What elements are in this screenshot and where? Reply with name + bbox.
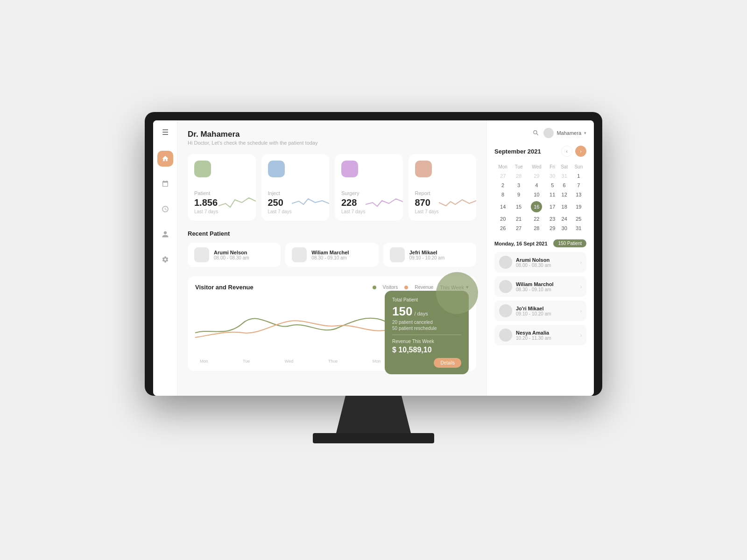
cal-day[interactable]: 26 — [494, 224, 511, 233]
cal-day[interactable]: 29 — [526, 171, 547, 181]
cal-day[interactable]: 12 — [558, 190, 571, 199]
recent-patient-1[interactable]: Wiliam Marchel 08.30 - 09.10 am — [285, 243, 378, 267]
cal-day[interactable]: 29 — [547, 224, 558, 233]
recent-patient-0[interactable]: Arumi Nelson 08.00 - 08.30 am — [188, 243, 281, 267]
cal-header-sat: Sat — [558, 162, 571, 171]
cal-header-fri: Fri — [547, 162, 558, 171]
cal-day[interactable]: 23 — [547, 214, 558, 224]
cal-day[interactable]: 8 — [494, 190, 511, 199]
chart-section: Visitor and Revenue Visitors Revenue Thi… — [188, 276, 476, 371]
schedule-avatar-3 — [499, 329, 512, 342]
patient-time-1: 08.30 - 09.10 am — [311, 255, 349, 260]
revenue-dot — [404, 286, 408, 289]
sidebar-item-user[interactable] — [157, 226, 173, 242]
cal-day[interactable]: 10 — [526, 190, 547, 199]
search-icon[interactable] — [532, 129, 539, 137]
sidebar-item-clock[interactable] — [157, 201, 173, 217]
cal-day[interactable]: 28 — [526, 224, 547, 233]
tooltip-circle — [436, 272, 478, 314]
cal-day[interactable]: 20 — [494, 214, 511, 224]
surgery-icon — [341, 161, 358, 177]
user-name: Mahamera — [557, 130, 581, 136]
sidebar-item-settings[interactable] — [157, 252, 173, 267]
cal-day[interactable]: 22 — [526, 214, 547, 224]
cal-day[interactable]: 15 — [511, 199, 526, 214]
schedule-item-0[interactable]: Arumi Nolson 08.00 - 08.30 am › — [494, 252, 586, 273]
patient-name-1: Wiliam Marchel — [311, 250, 349, 255]
chevron-down-icon: ▾ — [584, 131, 586, 135]
user-badge[interactable]: Mahamera ▾ — [543, 128, 586, 138]
calendar-month: September 2021 — [494, 148, 541, 155]
cal-day[interactable]: 14 — [494, 199, 511, 214]
stat-card-report: Report 870 Last 7 days — [409, 154, 477, 221]
cal-header-wed: Wed — [526, 162, 547, 171]
chart-header: Visitor and Revenue Visitors Revenue Thi… — [195, 284, 469, 291]
cal-day[interactable]: 5 — [547, 181, 558, 190]
cal-day[interactable]: 30 — [558, 224, 571, 233]
sidebar: ☰ — [153, 120, 177, 396]
monitor-stand — [327, 396, 420, 433]
schedule-item-3[interactable]: Nesya Amalia 10.20 - 11.30 am › — [494, 325, 586, 345]
patient-avatar-0 — [194, 247, 209, 262]
calendar-header: September 2021 ‹ › — [494, 146, 586, 157]
chart-legend: Visitors Revenue — [373, 285, 434, 290]
report-sparkline — [439, 194, 476, 210]
x-label-3: Thue — [328, 359, 338, 364]
stat-card-surgery: Surgery 228 Last 7 days — [335, 154, 403, 221]
chart-title: Visitor and Revenue — [195, 284, 254, 291]
cal-day[interactable]: 2 — [494, 181, 511, 190]
sidebar-item-home[interactable] — [157, 151, 173, 167]
cal-day[interactable]: 19 — [571, 199, 586, 214]
cal-prev-button[interactable]: ‹ — [561, 146, 572, 157]
cal-day[interactable]: 31 — [558, 171, 571, 181]
tooltip-revenue-value: $ 10,589,10 — [392, 346, 461, 354]
calendar-grid: Mon Tue Wed Fri Sat Sun 27 28 29 — [494, 162, 586, 233]
schedule-header: Monday, 16 Sept 2021 150 Patient — [494, 239, 586, 247]
cal-day[interactable]: 9 — [511, 190, 526, 199]
cal-day[interactable]: 21 — [511, 214, 526, 224]
patient-time-2: 09.10 - 10.20 am — [409, 255, 445, 260]
cal-day[interactable]: 18 — [558, 199, 571, 214]
schedule-date: Monday, 16 Sept 2021 — [494, 241, 548, 246]
menu-icon[interactable]: ☰ — [162, 128, 169, 137]
schedule-name-3: Nesya Amalia — [516, 330, 551, 336]
patient-avatar-2 — [390, 247, 405, 262]
schedule-item-1[interactable]: Wiliam Marchol 08.30 - 09.10 am › — [494, 276, 586, 297]
cal-day[interactable]: 1 — [571, 171, 586, 181]
schedule-avatar-0 — [499, 256, 512, 269]
revenue-label: Revenue — [415, 285, 433, 290]
stat-cards-grid: Patient 1.856 Last 7 days Inject 250 Las… — [188, 154, 476, 221]
schedule-name-1: Wiliam Marchol — [516, 281, 554, 287]
chart-area: Total Patient 150 / days 20 patient canc… — [195, 295, 469, 356]
cal-day[interactable]: 17 — [547, 199, 558, 214]
schedule-item-2[interactable]: Jo'ri Mikael 09.10 - 10.20 am › — [494, 301, 586, 321]
cal-day[interactable]: 30 — [547, 171, 558, 181]
cal-day[interactable]: 6 — [558, 181, 571, 190]
cal-day[interactable]: 7 — [571, 181, 586, 190]
cal-day[interactable]: 11 — [547, 190, 558, 199]
cal-day[interactable]: 25 — [571, 214, 586, 224]
patient-name-2: Jefri Mikael — [409, 250, 445, 255]
page-title: Dr. Mahamera — [188, 130, 476, 139]
cal-day[interactable]: 4 — [526, 181, 547, 190]
cal-day[interactable]: 24 — [558, 214, 571, 224]
tooltip-sub-0: 20 patient canceled — [392, 320, 461, 325]
right-panel: Mahamera ▾ September 2021 ‹ › Mon — [486, 120, 594, 396]
cal-header-mon: Mon — [494, 162, 511, 171]
schedule-avatar-1 — [499, 280, 512, 293]
tooltip-details-button[interactable]: Details — [434, 358, 461, 368]
cal-day[interactable]: 27 — [511, 224, 526, 233]
cal-day[interactable]: 28 — [511, 171, 526, 181]
patient-time-0: 08.00 - 08.30 am — [214, 255, 249, 260]
cal-header-sun: Sun — [571, 162, 586, 171]
sidebar-item-calendar[interactable] — [157, 176, 173, 192]
monitor-container: ☰ Dr. Mahamera Hi — [145, 112, 602, 448]
cal-day[interactable]: 31 — [571, 224, 586, 233]
schedule-time-0: 08.00 - 08.30 am — [516, 263, 551, 268]
cal-day[interactable]: 3 — [511, 181, 526, 190]
cal-next-button[interactable]: › — [575, 146, 586, 157]
cal-day[interactable]: 27 — [494, 171, 511, 181]
cal-day[interactable]: 13 — [571, 190, 586, 199]
cal-day-today[interactable]: 16 — [526, 199, 547, 214]
recent-patient-2[interactable]: Jefri Mikael 09.10 - 10.20 am — [383, 243, 476, 267]
